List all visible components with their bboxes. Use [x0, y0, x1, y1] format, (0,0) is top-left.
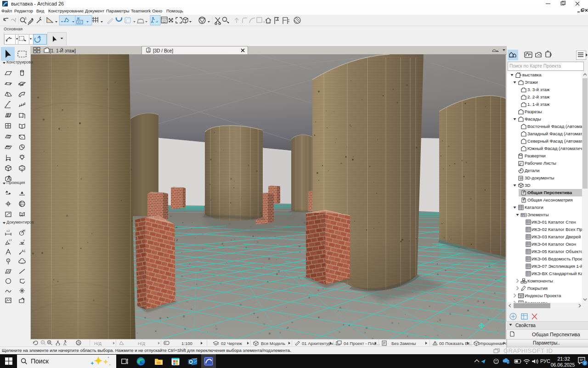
- svg-text:R: R: [77, 17, 79, 20]
- svg-text:1.2: 1.2: [23, 230, 26, 232]
- svg-text:A1: A1: [22, 249, 26, 253]
- svg-text:1.3: 1.3: [9, 239, 12, 242]
- svg-text:2: 2: [584, 361, 586, 365]
- svg-text:1.2: 1.2: [6, 230, 10, 232]
- svg-text:i: i: [508, 361, 508, 364]
- svg-text:0: 0: [520, 154, 521, 156]
- svg-text:XY: XY: [78, 21, 82, 24]
- svg-text:1: 1: [25, 17, 27, 20]
- svg-text:α: α: [23, 239, 25, 242]
- svg-text:12: 12: [162, 20, 166, 23]
- svg-text:1: 1: [8, 259, 9, 262]
